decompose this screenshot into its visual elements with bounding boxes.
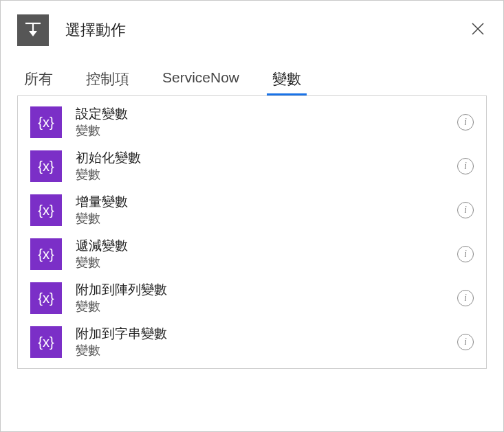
item-title: 遞減變數: [76, 238, 457, 255]
tab-bar: 所有 控制項 ServiceNow 變數: [17, 65, 487, 95]
tab-controls[interactable]: 控制項: [83, 65, 132, 95]
item-subtitle: 變數: [76, 211, 457, 227]
item-text: 設定變數 變數: [76, 106, 457, 139]
tab-servicenow[interactable]: ServiceNow: [160, 65, 242, 95]
action-item-decrement-variable[interactable]: {x} 遞減變數 變數 i: [18, 232, 486, 276]
header-icon: [17, 14, 49, 46]
info-icon[interactable]: i: [457, 246, 474, 262]
variable-icon: {x}: [30, 326, 62, 358]
dialog-title: 選擇動作: [65, 20, 126, 41]
item-title: 附加到字串變數: [76, 326, 457, 343]
tab-variables[interactable]: 變數: [270, 65, 304, 95]
close-icon: [471, 22, 485, 36]
action-item-increment-variable[interactable]: {x} 增量變數 變數 i: [18, 188, 486, 232]
action-list: {x} 設定變數 變數 i {x} 初始化變數 變數 i {x} 增量變數 變數…: [17, 95, 487, 369]
variable-icon: {x}: [30, 150, 62, 182]
item-subtitle: 變數: [76, 167, 457, 183]
variable-icon: {x}: [30, 282, 62, 314]
action-item-initialize-variable[interactable]: {x} 初始化變數 變數 i: [18, 144, 486, 188]
item-title: 增量變數: [76, 194, 457, 211]
choose-action-dialog: 選擇動作 所有 控制項 ServiceNow 變數 {x} 設定變數 變數 i …: [0, 0, 504, 432]
item-text: 增量變數 變數: [76, 194, 457, 227]
dialog-header: 選擇動作: [17, 14, 487, 46]
svg-marker-2: [29, 31, 37, 36]
item-text: 遞減變數 變數: [76, 238, 457, 271]
item-subtitle: 變數: [76, 123, 457, 139]
item-title: 設定變數: [76, 106, 457, 123]
item-subtitle: 變數: [76, 299, 457, 315]
action-item-append-to-string-variable[interactable]: {x} 附加到字串變數 變數 i: [18, 320, 486, 364]
action-item-append-to-array-variable[interactable]: {x} 附加到陣列變數 變數 i: [18, 276, 486, 320]
item-title: 初始化變數: [76, 150, 457, 167]
info-icon[interactable]: i: [457, 334, 474, 350]
item-text: 附加到字串變數 變數: [76, 326, 457, 359]
tab-all[interactable]: 所有: [21, 65, 56, 95]
item-text: 初始化變數 變數: [76, 150, 457, 183]
variable-icon: {x}: [30, 194, 62, 226]
item-text: 附加到陣列變數 變數: [76, 282, 457, 315]
variable-icon: {x}: [30, 106, 62, 138]
action-item-set-variable[interactable]: {x} 設定變數 變數 i: [18, 100, 486, 144]
item-title: 附加到陣列變數: [76, 282, 457, 299]
info-icon[interactable]: i: [457, 202, 474, 218]
item-subtitle: 變數: [76, 255, 457, 271]
info-icon[interactable]: i: [457, 158, 474, 174]
info-icon[interactable]: i: [457, 114, 474, 130]
variable-icon: {x}: [30, 238, 62, 270]
item-subtitle: 變數: [76, 343, 457, 359]
info-icon[interactable]: i: [457, 290, 474, 306]
close-button[interactable]: [470, 21, 485, 36]
